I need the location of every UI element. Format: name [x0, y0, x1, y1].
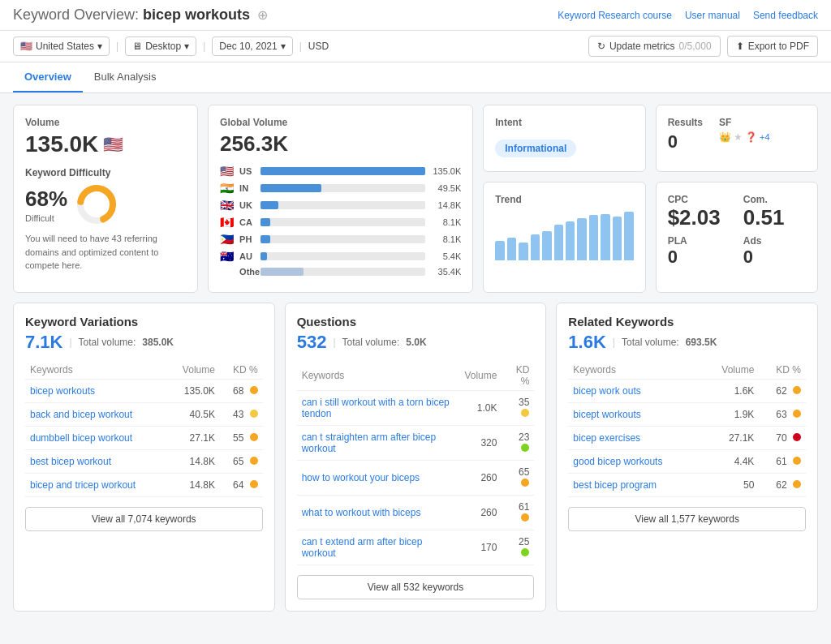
pla-label: PLA — [668, 235, 730, 247]
main-content: Volume 135.0K 🇺🇸 Keyword Difficulty 68% … — [0, 93, 831, 623]
chevron-down-icon-2: ▾ — [184, 41, 189, 52]
kd-dot — [521, 409, 529, 417]
table-row: dumbbell bicep workout 27.1K 55 — [25, 427, 263, 450]
keyword-cell: bicep and tricep workout — [25, 474, 168, 497]
q-col-kd: KD % — [502, 361, 534, 391]
kd-cell: 62 — [759, 474, 806, 497]
global-volume-card: Global Volume 256.3K 🇺🇸 US 135.0K 🇮🇳 IN … — [208, 105, 473, 293]
other-bar-fill — [260, 268, 304, 276]
rk-title: Related Keywords — [568, 315, 806, 328]
trend-label: Trend — [495, 194, 633, 205]
tab-bulk-analysis[interactable]: Bulk Analysis — [83, 62, 168, 92]
table-row: can t extend arm after bicep workout 170… — [297, 530, 535, 565]
kd-dot — [793, 457, 801, 465]
q-view-all-button[interactable]: View all 532 keywords — [297, 575, 535, 599]
export-pdf-button[interactable]: ⬆ Export to PDF — [727, 36, 818, 57]
keyword-cell: can t straighten arm after bicep workout — [297, 426, 460, 461]
q-col-volume: Volume — [459, 361, 502, 391]
country-value: 135.0K — [430, 166, 461, 176]
keyword-link[interactable]: bicep workouts — [30, 385, 95, 397]
other-bar-bg — [260, 268, 425, 276]
country-code: AU — [239, 251, 256, 261]
update-metrics-button[interactable]: ↻ Update metrics 0/5,000 — [588, 36, 721, 57]
questions-card: Questions 532 | Total volume: 5.0K Keywo… — [285, 303, 547, 612]
device-selector[interactable]: 🖥 Desktop ▾ — [125, 36, 196, 56]
kd-dot — [521, 479, 529, 487]
rk-col-kd: KD % — [759, 361, 806, 380]
course-link[interactable]: Keyword Research course — [558, 10, 672, 21]
country-row: 🇦🇺 AU 5.4K — [220, 250, 461, 263]
table-row: best bicep program 50 62 — [568, 474, 806, 497]
volume-cell: 4.4K — [702, 450, 759, 474]
other-row: Other 35.4K — [220, 267, 461, 277]
intent-card: Intent Informational — [483, 105, 645, 172]
keyword-link[interactable]: best bicep program — [573, 479, 657, 491]
q-table: Keywords Volume KD % can i still workout… — [297, 361, 535, 565]
keyword-link[interactable]: back and bicep workout — [30, 409, 132, 420]
country-code: IN — [239, 183, 256, 193]
volume-cell: 40.5K — [168, 403, 220, 427]
kd-label: Keyword Difficulty — [25, 167, 186, 178]
keyword-link[interactable]: can t straighten arm after bicep workout — [302, 431, 436, 454]
volume-cell: 135.0K — [168, 380, 220, 403]
ads-label: Ads — [743, 235, 806, 247]
kv-stats: 7.1K | Total volume: 385.0K — [25, 332, 263, 353]
cpc-section: CPC $2.03 — [668, 194, 730, 230]
kv-view-all-button[interactable]: View all 7,074 keywords — [25, 507, 263, 531]
keyword-link[interactable]: what to workout with biceps — [302, 507, 421, 518]
country-flag: 🇨🇦 — [220, 216, 235, 229]
keyword-link[interactable]: bicep exercises — [573, 432, 640, 444]
keyword-link[interactable]: how to workout your biceps — [302, 472, 420, 483]
volume-cell: 1.6K — [702, 380, 759, 403]
keyword-link[interactable]: bicept workouts — [573, 409, 640, 420]
sub-bar-actions: ↻ Update metrics 0/5,000 ⬆ Export to PDF — [588, 36, 818, 57]
keyword-link[interactable]: best bicep workout — [30, 456, 111, 467]
manual-link[interactable]: User manual — [685, 10, 740, 21]
date-selector[interactable]: Dec 10, 2021 ▾ — [212, 36, 292, 56]
kd-dot — [250, 386, 258, 394]
sf-label: SF — [719, 117, 770, 128]
ads-section: Ads 0 — [743, 235, 806, 268]
intent-badge: Informational — [495, 140, 576, 157]
kd-dot — [521, 444, 529, 452]
bar-fill — [260, 167, 425, 175]
volume-cell: 1.0K — [459, 391, 502, 426]
country-code: US — [239, 166, 256, 176]
country-selector[interactable]: 🇺🇸 United States ▾ — [13, 36, 110, 56]
keyword-link[interactable]: can i still workout with a torn bicep te… — [302, 397, 450, 419]
kv-total-label: Total volume: — [79, 337, 136, 348]
kd-cell: 62 — [759, 380, 806, 403]
com-value: 0.51 — [743, 205, 806, 230]
keyword-link[interactable]: dumbbell bicep workout — [30, 432, 132, 444]
keyword-link[interactable]: bicep work outs — [573, 385, 640, 397]
table-row: how to workout your biceps 260 65 — [297, 461, 535, 496]
bar-bg — [260, 184, 425, 192]
ads-value: 0 — [743, 247, 806, 268]
refresh-icon: ↻ — [597, 41, 605, 52]
rk-view-all-button[interactable]: View all 1,577 keywords — [568, 507, 806, 531]
question-icon: ❓ — [745, 131, 757, 143]
rk-total-volume: 693.5K — [686, 337, 717, 348]
country-flag: 🇦🇺 — [220, 250, 235, 263]
keyword-cell: bicept workouts — [568, 403, 702, 427]
kd-dot — [250, 433, 258, 441]
kd-dot — [793, 410, 801, 418]
pla-value: 0 — [668, 247, 730, 268]
cpc-card: CPC $2.03 Com. 0.51 PLA 0 Ads — [656, 182, 818, 293]
keyword-variations-card: Keyword Variations 7.1K | Total volume: … — [13, 303, 275, 612]
keyword-cell: best bicep workout — [25, 450, 168, 474]
kd-description: You will need to have 43 referring domai… — [25, 232, 186, 273]
volume-cell: 1.9K — [702, 403, 759, 427]
keyword-link[interactable]: bicep and tricep workout — [30, 479, 136, 491]
feedback-link[interactable]: Send feedback — [753, 10, 818, 21]
tab-overview[interactable]: Overview — [13, 62, 83, 92]
kd-cell: 61 — [502, 496, 534, 530]
star-icon: ★ — [734, 131, 743, 143]
trend-bar — [624, 212, 633, 260]
keyword-link[interactable]: good bicep workouts — [573, 456, 662, 467]
keyword-link[interactable]: can t extend arm after bicep workout — [302, 536, 423, 559]
kd-cell: 70 — [759, 427, 806, 450]
kd-donut-chart — [75, 183, 118, 225]
keyword-cell: back and bicep workout — [25, 403, 168, 427]
country-value: 8.1K — [430, 217, 461, 227]
